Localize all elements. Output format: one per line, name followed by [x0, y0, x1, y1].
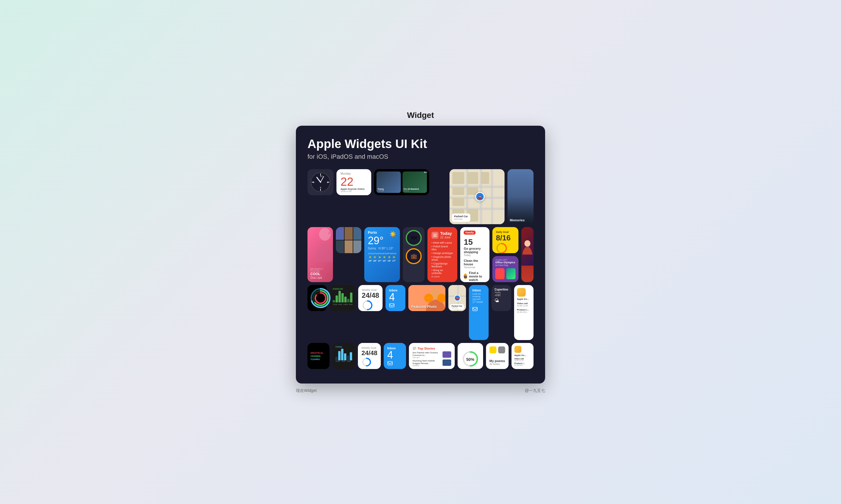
rem-items: • Meet with Laura • Polish brand idea • … — [432, 241, 453, 274]
inbox4-widget[interactable]: Inbox 4 — [384, 343, 406, 369]
inbox-notes-widget[interactable]: Inbox Look for cooking courses 17 more — [469, 285, 489, 340]
weekly-goal2-label: Weekly Goal — [362, 346, 377, 349]
rem-item-2: • Polish brand idea — [432, 245, 453, 251]
stand-bar-chart — [335, 349, 352, 360]
memories-label: Memories — [510, 218, 525, 222]
podcast-title: Office Olympics — [495, 261, 515, 264]
family-icon: 🎬 — [464, 273, 467, 279]
news-icon: 📰 — [413, 346, 417, 350]
fitness-widget[interactable] — [308, 285, 327, 311]
map-sm-pin: 🚗 — [454, 295, 460, 301]
tv-widget[interactable]: tv+ Trying Comedy For All Mankind Drama — [374, 169, 429, 195]
svg-text:12: 12 — [320, 175, 322, 178]
stories-widget[interactable]: 📰 Top Stories Are Planets with Oceans Co… — [409, 343, 454, 369]
watch-widget[interactable]: 🍽 💼 — [403, 227, 424, 282]
activity-label: EXERCISE — [333, 288, 352, 290]
stand-bar-4 — [344, 354, 346, 360]
svg-text:6: 6 — [320, 186, 321, 189]
music-title: COOL — [310, 272, 330, 276]
photo-grid-widget[interactable] — [336, 227, 362, 253]
fitness-stand: 7/12HRS — [310, 358, 327, 361]
battery-percent: 50% — [466, 357, 474, 362]
bar-2 — [336, 295, 338, 302]
featured-photo-widget[interactable]: Featured Photo — [408, 285, 445, 311]
rem-date: 22 June — [440, 236, 452, 239]
keynote-sm2-badge — [514, 346, 521, 353]
keynote-sm2-event1: Video call — [514, 358, 531, 360]
bar-3 — [338, 291, 341, 302]
spacer — [432, 169, 446, 224]
rem-item-3: • Design prototype — [432, 252, 453, 255]
hero-section: Apple Widgets UI Kit for iOS, iPadOS and… — [308, 137, 533, 160]
weather-times: 1PM☀29° 2PM☀28° 3PM☀27° 4PM☀23° 5PM☀19° … — [368, 252, 397, 262]
weekly-goal-count: 24/48 — [362, 291, 379, 300]
calendar-day: Monday — [340, 172, 367, 175]
memories-widget[interactable]: Memories — [507, 169, 533, 224]
keynote-sm2-time1: 10:00-11:30 — [514, 360, 531, 361]
keynote-event1: Video call — [517, 302, 531, 305]
bar-7 — [350, 292, 352, 302]
stand-bars-widget[interactable]: STAND 12AM 6AM 6PM — [332, 343, 355, 369]
podcast-art-1 — [495, 268, 505, 279]
cupertino-widget[interactable]: Cupertino Today +HH 🌤 — [491, 285, 511, 311]
keynote-sm2-title: Apple Ke... — [514, 354, 531, 357]
notes-widget[interactable]: My poems 30 Notes — [486, 343, 509, 369]
featured-photo-label: Featured Photo — [411, 305, 437, 309]
notes-folder-icon — [489, 346, 496, 354]
fitness-exercise: 15/30MIN — [310, 355, 327, 357]
inbox4-icon — [387, 360, 403, 367]
stand-bar-5 — [347, 356, 349, 360]
calendar-event-time: 10:00-11:30 — [340, 190, 367, 192]
weekly-goal2-widget[interactable]: Weekly Goal 24/48 — [358, 343, 381, 369]
parked-car-sm-widget[interactable]: 🚗 Parked Car 10.5 km — [448, 285, 466, 311]
watch-row-2: 💼 — [406, 248, 422, 264]
family-number: 15 — [464, 237, 486, 247]
fitness-calories: 350/475CAL — [310, 352, 327, 354]
weekly-goal-label: Weekly Goal — [362, 288, 379, 291]
rem-title: Today — [440, 231, 452, 236]
weekly-goal-widget[interactable]: Weekly Goal 24/48 — [358, 285, 383, 311]
fitness-stats-widget[interactable]: 350/475CAL 15/30MIN 7/12HRS — [308, 343, 330, 369]
calendar-widget[interactable]: Monday 22 Apple Keynote Online 10:00-11:… — [336, 169, 371, 195]
svg-text:3: 3 — [327, 181, 328, 184]
map-label-dist: 10.5 km — [454, 218, 468, 220]
inbox-icon — [389, 302, 402, 309]
photo-cell-1 — [336, 227, 344, 240]
goal-label: Daily Goal — [496, 231, 515, 233]
keynote-sm2-widget[interactable]: Apple Ke... Video call 10:00-11:30 Produ… — [511, 343, 533, 369]
goal-progress: 8/16 — [496, 233, 515, 242]
hero-title: Apple Widgets UI Kit — [308, 137, 533, 150]
podcast-widget[interactable]: 15 MIN LEFT Office Olympics w/ Paul Feig — [492, 256, 519, 282]
family-item-3: 🎬 Find a movie to watch — [464, 271, 486, 282]
clock-widget[interactable]: 12 6 9 3 — [308, 169, 334, 195]
weather-widget[interactable]: Porto 29° ☀️ Sunny H:30° L:13° 1PM☀29° 2… — [364, 227, 400, 282]
podcast-time-left: 15 MIN LEFT — [495, 259, 515, 261]
music-widget[interactable]: RECENTLY PLAYED COOL Dua Lipa ♪ — [308, 227, 333, 282]
tvshow-preview[interactable] — [521, 227, 533, 282]
bar-4 — [341, 293, 344, 302]
show1-genre: Comedy — [378, 190, 384, 192]
bar-1 — [333, 300, 335, 302]
notes-icons-row — [489, 346, 505, 354]
stories-thumb-2 — [442, 359, 451, 366]
keynote-sm-widget[interactable]: Apple Ke... Video call 10:00-11:30 Produ… — [514, 285, 533, 340]
goal-widget[interactable]: Daily Goal 8/16 — [492, 227, 519, 253]
battery-widget[interactable]: 50% — [458, 343, 483, 369]
stand-bar-6 — [350, 352, 352, 360]
show2-genre: Drama — [404, 190, 419, 192]
music-icon: ♪ — [328, 230, 330, 235]
cupertino-temp: +HH — [494, 294, 508, 297]
keynote-event2: Product r... — [517, 308, 531, 311]
parked-map-large[interactable]: 🚗 Parked Car 10.5 km — [450, 169, 505, 224]
reminders-widget[interactable]: Today 22 June • Meet with Laura • Polish… — [427, 227, 457, 282]
show1-title: Trying — [378, 188, 384, 190]
inbox-small-widget[interactable]: Inbox 4 — [385, 285, 405, 311]
bar-5 — [344, 296, 347, 302]
page-title: Widget — [407, 111, 434, 120]
inbox-lg-desc: Look for cooking courses — [472, 292, 486, 300]
rem-more: 6 more — [432, 275, 453, 278]
family-widget[interactable]: Family 15 Go grocery shopping Today Clea… — [460, 227, 489, 282]
row-2: RECENTLY PLAYED COOL Dua Lipa ♪ Porto 29… — [308, 227, 533, 282]
footer-left: 现在Widget — [296, 388, 317, 393]
activity-widget[interactable]: EXERCISE 12AM 6AM 12PM 6PM — [330, 285, 355, 311]
